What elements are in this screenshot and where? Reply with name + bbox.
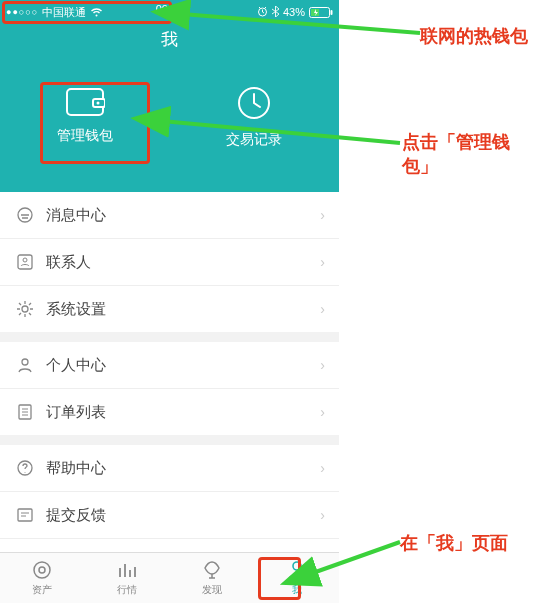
- arrow-to-tab-me: [0, 0, 546, 603]
- svg-line-22: [310, 542, 400, 574]
